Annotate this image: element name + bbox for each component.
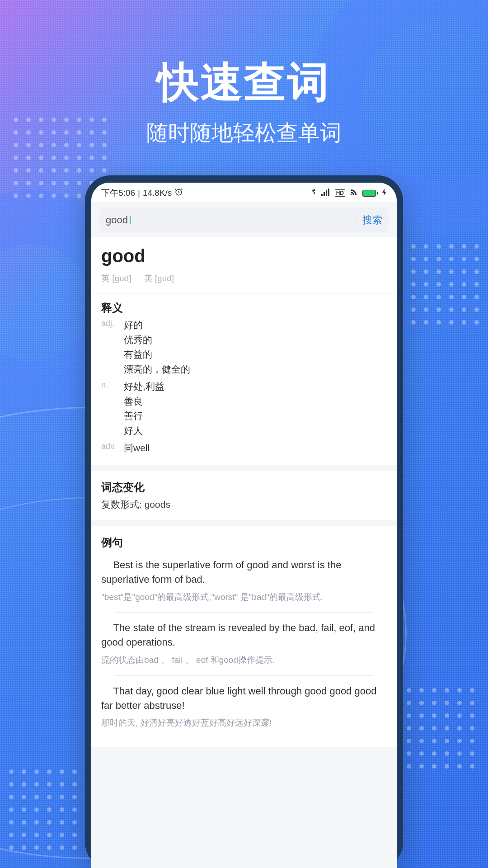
status-bar: 下午5:06 | 14.8K/s HD xyxy=(91,183,397,202)
svg-rect-3 xyxy=(326,190,327,196)
hd-icon: HD xyxy=(335,189,345,197)
part-of-speech: adv. xyxy=(101,441,124,451)
example-divider xyxy=(115,612,373,613)
meanings: 好的优秀的有益的漂亮的，健全的 xyxy=(124,318,190,377)
bg-dots-decoration xyxy=(411,244,479,325)
definitions-list: adj.好的优秀的有益的漂亮的，健全的n.好处,利益善良善行好人adv.同wel… xyxy=(101,318,387,456)
svg-rect-2 xyxy=(324,192,325,196)
search-bar[interactable]: good 搜索 xyxy=(99,208,389,232)
definition-row: adv.同well xyxy=(101,441,387,456)
hero-section: 快速查词 随时随地轻松查单词 xyxy=(0,54,488,147)
definition-row: n.好处,利益善良善行好人 xyxy=(101,379,387,438)
status-time: 下午5:06 xyxy=(101,187,135,199)
examples-list: Best is the superlative form of good and… xyxy=(101,558,387,729)
definitions-card: 释义 adj.好的优秀的有益的漂亮的，健全的n.好处,利益善良善行好人adv.同… xyxy=(91,294,397,465)
phone-frame: 下午5:06 | 14.8K/s HD good 搜索 xyxy=(85,175,403,868)
search-button[interactable]: 搜索 xyxy=(362,213,382,227)
rss-icon xyxy=(350,188,358,198)
svg-rect-1 xyxy=(321,194,323,196)
search-input[interactable] xyxy=(131,214,349,226)
meanings: 同well xyxy=(124,441,150,456)
morphology-card: 词态变化 复数形式: goods xyxy=(91,471,397,520)
status-right: HD xyxy=(310,188,387,198)
morphology-title: 词态变化 xyxy=(101,480,387,495)
bg-dots-decoration xyxy=(407,688,474,769)
uk-phonetic: 英 [gud] xyxy=(101,273,131,284)
bg-dots-decoration xyxy=(9,769,89,850)
search-input-text[interactable]: good xyxy=(106,214,128,226)
part-of-speech: n. xyxy=(101,379,124,390)
examples-card: 例句 Best is the superlative form of good … xyxy=(91,526,397,747)
example-item: Best is the superlative form of good and… xyxy=(101,558,387,603)
battery-icon xyxy=(362,190,378,197)
definition-row: adj.好的优秀的有益的漂亮的，健全的 xyxy=(101,318,387,377)
us-phonetic: 美 [gud] xyxy=(144,273,174,284)
phonetics: 英 [gud] 美 [gud] xyxy=(101,273,387,284)
morphology-line: 复数形式: goods xyxy=(101,498,387,511)
status-speed: 14.8K/s xyxy=(143,188,172,198)
signal-icon xyxy=(321,188,330,198)
status-left: 下午5:06 | 14.8K/s xyxy=(101,187,183,199)
example-item: That day, good clear blue light well thr… xyxy=(101,684,387,729)
search-divider xyxy=(356,215,356,226)
part-of-speech: adj. xyxy=(101,318,124,328)
meanings: 好处,利益善良善行好人 xyxy=(124,379,164,438)
headword-card: good 英 [gud] 美 [gud] xyxy=(91,237,397,293)
svg-rect-4 xyxy=(328,189,329,196)
bluetooth-icon xyxy=(310,188,317,198)
alarm-icon xyxy=(174,188,183,198)
hero-subtitle: 随时随地轻松查单词 xyxy=(0,118,488,147)
headword: good xyxy=(101,246,387,266)
example-chinese: "best"是"good"的最高级形式,"worst" 是"bad"的最高级形式… xyxy=(101,591,387,604)
example-item: The state of the stream is revealed by t… xyxy=(101,621,387,666)
example-divider xyxy=(115,675,373,676)
example-chinese: 流的状态由bad 、 fail 、 eof 和good操作提示. xyxy=(101,654,387,666)
example-english: The state of the stream is revealed by t… xyxy=(101,621,387,650)
hero-title: 快速查词 xyxy=(0,54,488,110)
charge-icon xyxy=(382,188,387,198)
content-scroll[interactable]: good 英 [gud] 美 [gud] 释义 adj.好的优秀的有益的漂亮的，… xyxy=(91,237,397,868)
example-english: That day, good clear blue light well thr… xyxy=(101,684,387,713)
examples-title: 例句 xyxy=(101,535,387,550)
example-chinese: 那时的天, 好清好亮好透好蓝好高好远好深邃! xyxy=(101,717,387,729)
status-sep: | xyxy=(138,188,140,198)
definitions-title: 释义 xyxy=(101,301,387,315)
example-english: Best is the superlative form of good and… xyxy=(101,558,387,587)
phone-screen: 下午5:06 | 14.8K/s HD good 搜索 xyxy=(91,183,397,868)
